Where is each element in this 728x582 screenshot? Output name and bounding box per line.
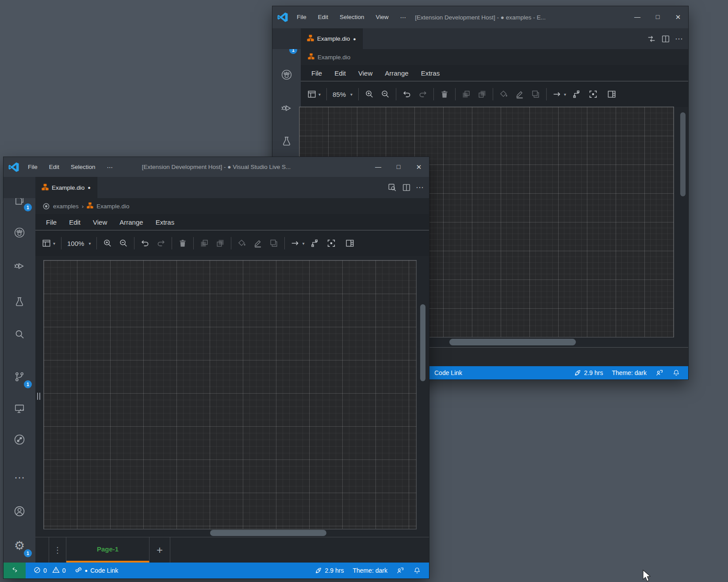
notifications-bell-icon[interactable] [413,567,421,574]
find-file-icon[interactable] [387,183,397,192]
coding-hours-status[interactable]: 2.9 hrs [574,369,603,377]
split-editor-icon[interactable] [402,183,411,192]
zoom-level[interactable]: 100% [67,240,84,247]
live-share-icon[interactable] [655,369,663,377]
to-front-button[interactable] [199,238,209,248]
activity-settings[interactable]: ⚙ 1 [4,534,35,557]
format-panel-button[interactable] [607,89,617,99]
menu-selection[interactable]: Selection [336,12,368,23]
menu-edit[interactable]: Edit [314,12,332,23]
delete-button[interactable] [440,89,449,99]
front-breadcrumb[interactable]: examples › Example.dio [35,198,429,214]
activity-search[interactable] [4,323,35,346]
delete-button[interactable] [178,238,188,248]
editor-more-actions[interactable]: ⋯ [416,183,424,192]
code-link-status[interactable]: ● Code Link [66,566,119,575]
to-back-button[interactable] [215,238,225,248]
activity-remote-explorer[interactable] [4,397,35,420]
minimize-button[interactable]: — [368,163,388,170]
waypoints-button[interactable] [572,89,582,99]
undo-button[interactable] [140,238,150,248]
coding-hours-status[interactable]: 2.9 hrs [314,567,344,574]
activity-pets[interactable] [272,63,301,86]
live-share-icon[interactable] [396,567,404,574]
drawio-menu-arrange[interactable]: Arrange [114,217,148,228]
theme-status[interactable]: Theme: dark [612,369,647,376]
theme-status[interactable]: Theme: dark [353,567,387,574]
back-breadcrumb[interactable]: Example.dio [301,49,688,65]
connection-arrow-button[interactable]: ▾ [291,238,304,248]
dirty-indicator[interactable]: ● [88,185,91,190]
activity-run-debug[interactable] [4,254,35,277]
drawio-menu-extras[interactable]: Extras [150,217,180,228]
add-page-button[interactable]: + [149,537,170,563]
notifications-bell-icon[interactable] [672,369,680,377]
shadow-button[interactable] [531,89,540,99]
remote-indicator[interactable] [4,563,26,578]
drawio-menu-view[interactable]: View [88,217,112,228]
close-button[interactable]: ✕ [668,13,688,21]
format-panel-button[interactable] [345,238,355,248]
activity-more-views[interactable]: ⋯ [4,466,35,489]
fill-color-button[interactable] [237,238,247,248]
redo-button[interactable] [418,89,428,99]
activity-pets[interactable] [4,221,35,244]
tab-example-dio[interactable]: Example.dio ● [35,177,97,198]
fit-page-button[interactable] [326,238,336,248]
shadow-button[interactable] [269,238,279,248]
problems-status[interactable]: 0 0 [26,566,66,575]
to-back-button[interactable] [477,89,487,99]
fill-color-button[interactable] [499,89,509,99]
drawio-menu-view[interactable]: View [353,68,378,79]
activity-testing[interactable] [272,130,301,153]
menu-file[interactable]: File [24,162,42,172]
close-button[interactable]: ✕ [409,163,429,171]
activity-source-control[interactable]: 1 [4,365,35,388]
menu-overflow[interactable]: ⋯ [103,162,117,172]
front-canvas-vscrollbar[interactable] [420,304,425,381]
zoom-out-button[interactable] [119,238,128,248]
breadcrumb-file[interactable]: Example.dio [318,54,350,61]
line-color-button[interactable] [253,238,263,248]
zoom-in-button[interactable] [364,89,374,99]
zoom-in-button[interactable] [103,238,112,248]
drawio-menu-arrange[interactable]: Arrange [379,68,414,79]
zoom-caret[interactable]: ▾ [88,241,91,246]
fit-page-button[interactable] [588,89,598,99]
drawio-menu-edit[interactable]: Edit [329,68,351,79]
breadcrumb-folder[interactable]: examples [53,203,79,210]
editor-more-actions[interactable]: ⋯ [675,34,683,44]
view-panels-button[interactable]: ▾ [307,89,321,99]
menu-view[interactable]: View [372,12,393,23]
maximize-button[interactable]: □ [388,163,409,170]
split-editor-icon[interactable] [661,34,671,44]
activity-live-share[interactable] [4,428,35,451]
to-front-button[interactable] [461,89,471,99]
connection-arrow-button[interactable]: ▾ [552,89,566,99]
back-canvas-vscrollbar[interactable] [680,112,686,196]
activity-run-debug[interactable] [272,96,301,119]
zoom-out-button[interactable] [380,89,390,99]
menu-overflow[interactable]: ⋯ [396,12,410,23]
page-tab-page1[interactable]: Page-1 [66,537,149,563]
zoom-caret[interactable]: ▾ [350,92,353,97]
menu-selection[interactable]: Selection [67,162,100,172]
drawio-menu-extras[interactable]: Extras [416,68,445,79]
activity-testing[interactable] [4,290,35,313]
redo-button[interactable] [156,238,166,248]
panel-resize-handle[interactable] [37,393,40,400]
undo-button[interactable] [402,89,412,99]
breadcrumb-file[interactable]: Example.dio [96,203,129,210]
tab-example-dio[interactable]: Example.dio ● [301,28,363,49]
front-canvas-hscrollbar[interactable] [210,530,326,536]
back-canvas-hscrollbar[interactable] [449,339,576,345]
view-panels-button[interactable]: ▾ [42,238,55,248]
pages-menu-button[interactable]: ⋮ [49,537,66,563]
dirty-indicator[interactable]: ● [353,36,356,42]
menu-file[interactable]: File [293,12,310,23]
line-color-button[interactable] [515,89,525,99]
activity-accounts[interactable] [4,500,35,523]
drawio-menu-file[interactable]: File [306,68,327,79]
menu-edit[interactable]: Edit [45,162,63,172]
maximize-button[interactable]: □ [648,13,668,20]
